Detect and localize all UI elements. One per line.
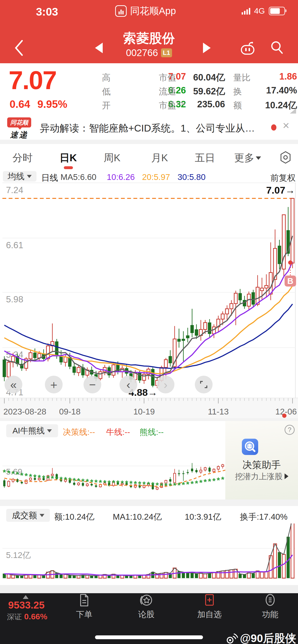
svg-text:7.07→: 7.07→ [266, 185, 295, 196]
close-icon[interactable]: × [283, 119, 289, 132]
stat-label: 流通 [159, 86, 176, 98]
chevron-down-icon [27, 175, 32, 178]
price-change: 0.64 [10, 98, 30, 110]
amount-ma10-value: 10:3.91亿 [185, 511, 221, 522]
divider [0, 500, 298, 506]
x-axis: 2023-08-2809-1810-1911-1312-06 [0, 398, 298, 418]
stat-label: 量比 [233, 72, 250, 84]
tab-weekly-k[interactable]: 周K [104, 151, 120, 164]
ma30-value: 30:5.80 [178, 172, 206, 182]
svg-text:*: * [95, 478, 98, 487]
kline-chart[interactable]: 7.246.615.985.344.717.07→ 4.88→ B [0, 182, 298, 398]
svg-text:*: * [142, 480, 146, 489]
pan-left-button[interactable]: ‹ [119, 376, 137, 394]
stat-value-float: 59.62亿 [180, 85, 225, 98]
svg-text:*: * [134, 479, 137, 488]
turnover-value: 换手:17.40% [240, 511, 287, 522]
expand-stats-icon[interactable] [290, 108, 296, 114]
divider [0, 585, 298, 593]
nav-item-order[interactable]: 下单 [65, 593, 103, 620]
signal-icon [242, 8, 250, 14]
sudi-logo-bottom: 速递 [7, 130, 31, 140]
index-value[interactable]: 9533.25 [5, 600, 48, 611]
stat-label: 开 [102, 100, 111, 112]
index-pct: 0.66% [24, 612, 47, 621]
zoom-out-button[interactable]: − [83, 376, 101, 394]
chevron-down-icon [40, 514, 44, 517]
ma20-value: 20:5.97 [142, 172, 170, 182]
arrow-right-icon [284, 474, 288, 479]
svg-text:*: * [12, 469, 15, 478]
nav-item-forum[interactable]: 论股 [127, 593, 166, 620]
last-price: 7.07 [9, 65, 56, 95]
period-label: 日线 [41, 172, 58, 184]
tab-minute[interactable]: 分时 [13, 151, 33, 164]
unread-dot [271, 124, 276, 130]
svg-text:*: * [129, 479, 133, 488]
nav-item-add-watchlist[interactable]: 加自选 [190, 593, 229, 620]
kline-settings-icon[interactable] [278, 150, 293, 164]
svg-text:*: * [169, 481, 172, 490]
search-icon[interactable] [269, 40, 284, 56]
svg-text:*: * [60, 475, 63, 484]
ths-app-icon [115, 5, 127, 17]
quote-panel[interactable]: 7.07 0.64 9.95% 高 7.07 低 6.26 开 6.32 市值 … [0, 63, 298, 116]
period-tabs: 分时 日K 周K 月K 五日 更多 [0, 144, 298, 170]
zoom-in-button[interactable]: ＋ [45, 376, 63, 394]
svg-text:*: * [151, 480, 155, 489]
svg-text:*: * [38, 473, 41, 482]
robot-assistant-icon[interactable] [239, 40, 256, 56]
index-row: 深证0.66% [2, 612, 52, 622]
ma5-value: MA5:6.60 [60, 172, 96, 182]
index-expand-icon[interactable] [23, 595, 29, 599]
tab-daily-k[interactable]: 日K [60, 151, 77, 164]
tab-more[interactable]: 更多 [234, 151, 261, 164]
svg-text:*: * [77, 476, 80, 486]
svg-text:*: * [25, 471, 28, 480]
rewind-button[interactable]: « [5, 376, 22, 394]
svg-text:*: * [103, 478, 106, 487]
tab-five-day[interactable]: 五日 [195, 151, 215, 164]
svg-text:*: * [212, 476, 216, 486]
ma-selector-button[interactable]: 均线 [3, 171, 37, 182]
sudi-logo-top: 同花顺 [7, 118, 31, 128]
home-indicator [95, 636, 203, 639]
svg-text:*: * [191, 479, 194, 488]
svg-text:6.61: 6.61 [6, 240, 23, 250]
svg-text:*: * [147, 480, 150, 489]
news-bar[interactable]: 同花顺 速递 异动解读：智能座舱+CID系统。1、公司专业从… × [0, 115, 298, 140]
header: 3:03 同花顺App 4G 索菱股份 002766 L1 [0, 0, 298, 63]
svg-text:*: * [199, 478, 203, 487]
fullscreen-button[interactable] [195, 376, 213, 394]
svg-text:*: * [156, 480, 159, 490]
tab-monthly-k[interactable]: 月K [151, 151, 168, 164]
divider [0, 418, 298, 421]
level-badge: L1 [161, 48, 172, 57]
assistant-title: 决策助手 [225, 458, 298, 472]
battery-icon [269, 7, 285, 15]
active-tab-underline [64, 166, 73, 169]
adjust-mode-button[interactable]: 前复权 [270, 172, 295, 184]
ai-indicator-selector[interactable]: AI牛熊线 [6, 424, 58, 437]
svg-text:*: * [221, 475, 224, 484]
x-axis-label: 2023-08-28 [3, 407, 46, 416]
assistant-subtitle[interactable]: 挖潜力上涨股 [225, 471, 298, 482]
bottom-nav: 9533.25 深证0.66% 下单 论股 [0, 593, 298, 644]
features-icon [263, 593, 277, 607]
svg-text:*: * [29, 472, 32, 481]
stat-value-volratio: 1.86 [251, 72, 297, 82]
stat-label: 高 [102, 72, 111, 84]
volume-chart-svg[interactable]: 5.12亿 [0, 524, 298, 585]
help-icon[interactable]: ? [284, 425, 295, 435]
order-icon [77, 593, 91, 607]
status-right: 4G [242, 6, 285, 16]
pan-right-button[interactable]: › [157, 376, 175, 394]
svg-text:*: * [125, 479, 128, 488]
volume-selector[interactable]: 成交额 [6, 509, 50, 522]
stat-label: 额 [233, 100, 242, 112]
forum-icon [139, 593, 153, 607]
nav-item-features[interactable]: 功能 [251, 593, 289, 620]
svg-text:*: * [107, 478, 111, 488]
svg-text:*: * [195, 479, 198, 488]
news-headline[interactable]: 异动解读：智能座舱+CID系统。1、公司专业从… [40, 122, 268, 135]
